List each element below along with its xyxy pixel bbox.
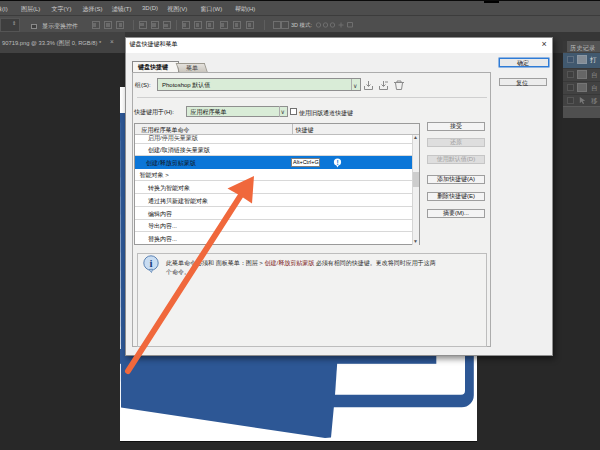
svg-text:!: !	[336, 159, 338, 166]
svg-text:i: i	[149, 257, 152, 269]
